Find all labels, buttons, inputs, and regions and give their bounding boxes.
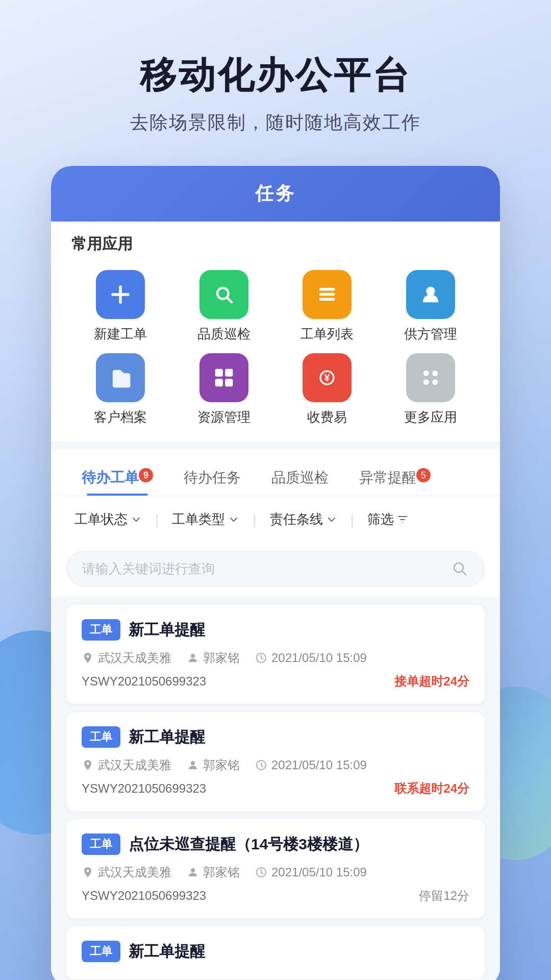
chevron-down-icon-3 [326,514,337,525]
quality-patrol-icon [199,270,248,319]
svg-point-8 [426,287,435,296]
billing-label: 收费易 [307,408,347,426]
order-status-1: 接单超时24分 [394,673,469,690]
main-title: 移动化办公平台 [41,51,510,100]
common-apps-label: 常用应用 [51,222,500,260]
customer-file-label: 客户档案 [94,408,147,426]
order-time-3: 2021/05/10 15:09 [255,865,367,879]
more-apps-icon [406,353,455,402]
svg-rect-12 [225,369,233,377]
clock-icon-2 [255,759,267,771]
order-tag-1: 工单 [82,619,120,641]
main-subtitle: 去除场景限制，随时随地高效工作 [41,110,510,135]
order-status-3: 停留12分 [419,888,469,904]
order-card-1[interactable]: 工单 新工单提醒 武汉天成美雅 郭家铭 2021/05/10 15:09 [66,605,485,704]
svg-rect-6 [319,298,335,301]
order-title-3: 点位未巡查提醒（14号楼3楼楼道） [129,834,368,855]
tab-alerts[interactable]: 异常提醒5 [344,460,446,496]
order-card-3[interactable]: 工单 点位未巡查提醒（14号楼3楼楼道） 武汉天成美雅 郭家铭 2021/05/… [66,819,485,918]
svg-rect-13 [215,379,222,386]
orders-list: 工单 新工单提醒 武汉天成美雅 郭家铭 2021/05/10 15:09 [51,597,500,980]
supplier-label: 供方管理 [404,325,457,343]
filter-responsibility[interactable]: 责任条线 [262,506,345,532]
clock-icon-3 [255,866,267,878]
order-person-2: 郭家铭 [187,757,240,773]
app-quality-patrol[interactable]: 品质巡检 [175,270,273,343]
person-icon [187,652,199,664]
header-section: 移动化办公平台 去除场景限制，随时随地高效工作 [0,0,551,166]
order-status-2: 联系超时24分 [394,780,469,797]
svg-rect-14 [225,379,233,386]
svg-point-28 [191,868,195,872]
order-time-1: 2021/05/10 15:09 [255,651,367,665]
chevron-down-icon [131,514,142,525]
svg-rect-10 [211,364,237,391]
tab-pending-orders[interactable]: 待办工单9 [66,460,168,496]
svg-point-21 [423,379,429,385]
app-billing[interactable]: ¥ 收费易 [278,353,377,426]
supplier-icon [406,270,455,319]
order-no-2: YSWY2021050699323 [82,781,206,796]
person-icon-2 [187,759,199,771]
svg-text:¥: ¥ [324,372,330,383]
tabs-navigation: 待办工单9 待办任务 品质巡检 异常提醒5 [51,450,500,496]
order-location-2: 武汉天成美雅 [82,757,171,773]
filter-icon [397,514,408,525]
svg-point-26 [191,761,195,765]
filter-order-status[interactable]: 工单状态 [66,506,150,532]
app-new-order[interactable]: 新建工单 [71,270,170,343]
svg-point-24 [191,654,195,658]
phone-mockup: 任务 常用应用 新建工单 [51,166,500,980]
svg-rect-4 [319,288,335,290]
search-input-wrap[interactable]: 请输入关键词进行查询 [66,551,485,586]
filter-row: 工单状态 | 工单类型 | 责任条线 | 筛选 [51,496,500,543]
person-icon-3 [187,866,199,878]
svg-rect-18 [417,364,444,391]
order-card-4[interactable]: 工单 新工单提醒 [66,926,485,979]
new-order-label: 新建工单 [94,325,147,343]
order-time-2: 2021/05/10 15:09 [255,758,367,772]
order-list-icon [303,270,352,319]
order-person-1: 郭家铭 [187,650,240,666]
alerts-badge: 5 [416,468,431,482]
apps-grid: 新建工单 品质巡检 [51,260,500,442]
filter-screen[interactable]: 筛选 [359,506,416,532]
order-title-4: 新工单提醒 [129,941,205,962]
clock-icon [255,652,267,664]
search-bar: 请输入关键词进行查询 [51,543,500,597]
svg-point-20 [432,371,438,376]
svg-point-22 [432,379,438,385]
svg-point-19 [423,371,429,376]
svg-rect-1 [211,281,237,308]
order-tag-4: 工单 [82,941,120,962]
order-no-1: YSWY2021050699323 [82,674,206,689]
new-order-icon [96,270,145,319]
location-icon-2 [82,759,94,771]
order-no-3: YSWY2021050699323 [82,889,206,903]
resource-label: 资源管理 [197,408,251,426]
billing-icon: ¥ [303,353,352,402]
order-location-3: 武汉天成美雅 [82,864,171,880]
order-tag-2: 工单 [82,726,120,748]
app-content: 常用应用 新建工单 [51,222,500,980]
app-supplier[interactable]: 供方管理 [382,270,480,343]
app-customer-file[interactable]: 客户档案 [71,353,170,426]
location-icon [82,652,94,664]
customer-file-icon [96,353,145,402]
pending-orders-badge: 9 [139,468,153,482]
app-resource[interactable]: 资源管理 [175,353,273,426]
svg-rect-5 [319,293,335,296]
order-location-1: 武汉天成美雅 [82,650,171,666]
order-list-label: 工单列表 [300,325,354,343]
app-more[interactable]: 更多应用 [382,353,480,426]
quality-patrol-label: 品质巡检 [197,325,251,343]
search-icon [450,559,469,578]
tab-quality[interactable]: 品质巡检 [256,460,344,496]
tab-pending-tasks[interactable]: 待办任务 [168,460,256,496]
order-title-2: 新工单提醒 [129,727,205,748]
filter-order-type[interactable]: 工单类型 [164,506,247,532]
tab-bar-label: 任务 [255,183,296,204]
order-card-2[interactable]: 工单 新工单提醒 武汉天成美雅 郭家铭 2021/05/10 15:09 [66,712,485,811]
app-order-list[interactable]: 工单列表 [278,270,377,343]
order-title-1: 新工单提醒 [129,620,205,641]
